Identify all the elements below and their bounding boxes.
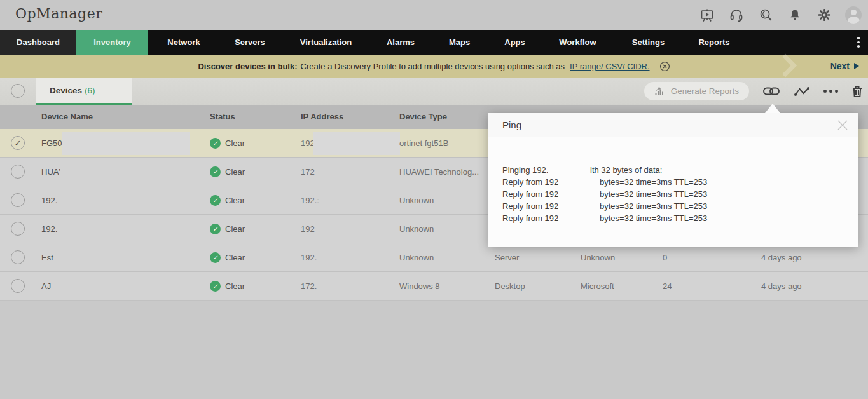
table-row[interactable]: AJ Clear 172. Windows 8 Desktop Microsof…	[0, 272, 868, 301]
ping-line: Pinging 192.ith 32 bytes of data:	[502, 164, 858, 176]
age-cell: 4 days ago	[761, 272, 802, 301]
sparkline-icon[interactable]	[794, 86, 810, 97]
ping-dialog: Ping Pinging 192.ith 32 bytes of data: R…	[488, 113, 858, 247]
category-cell: Server	[495, 243, 519, 272]
nav-settings[interactable]: Settings	[615, 30, 682, 55]
nav-virtualization[interactable]: Virtualization	[280, 30, 371, 55]
ip-cell: 172	[301, 158, 315, 186]
banner-close-icon[interactable]	[659, 61, 670, 72]
device-type-cell: HUAWEI Technolog...	[399, 158, 479, 186]
banner-text: Create a Discovery Profile to add multip…	[301, 62, 565, 71]
ping-line: Reply from 192bytes=32 time=3ms TTL=253	[502, 200, 858, 212]
clear-status-icon	[210, 252, 221, 263]
nav-alarms[interactable]: Alarms	[371, 30, 430, 55]
table-row[interactable]: Est Clear 192. Unknown Server Unknown 0 …	[0, 243, 868, 272]
ping-output: Pinging 192.ith 32 bytes of data: Reply …	[488, 137, 858, 224]
device-name-cell[interactable]: Est	[41, 243, 53, 272]
ping-line: Reply from 192bytes=32 time=3ms TTL=253	[502, 212, 858, 224]
link-icon[interactable]	[762, 85, 780, 97]
ip-cell: 172.	[301, 272, 317, 301]
nav-maps[interactable]: Maps	[430, 30, 489, 55]
count-cell: 0	[663, 243, 667, 272]
row-checkbox[interactable]	[11, 250, 25, 264]
tab-devices[interactable]: Devices (6)	[36, 78, 132, 105]
dialog-title: Ping	[502, 113, 521, 137]
clear-status-icon	[210, 138, 221, 149]
nav-workflow[interactable]: Workflow	[541, 30, 615, 55]
nav-reports[interactable]: Reports	[682, 30, 747, 55]
gear-icon[interactable]	[816, 7, 832, 24]
close-icon[interactable]	[836, 118, 850, 132]
status-cell: Clear	[210, 215, 245, 243]
banner-message: Discover devices in bulk: Create a Disco…	[0, 55, 868, 78]
main-nav: Dashboard Inventory Network Servers Virt…	[0, 30, 868, 55]
redaction-box	[313, 132, 400, 155]
column-device-type[interactable]: Device Type	[399, 105, 447, 129]
row-checkbox[interactable]	[11, 193, 25, 207]
header-icons	[699, 0, 862, 30]
status-label: Clear	[225, 272, 245, 301]
clear-status-icon	[210, 224, 221, 234]
device-name-cell[interactable]: HUA'	[41, 158, 60, 186]
bell-icon[interactable]	[787, 7, 803, 24]
status-cell: Clear	[210, 158, 245, 186]
redaction-box	[62, 132, 190, 155]
ping-line: Reply from 192bytes=32 time=3ms TTL=253	[502, 188, 858, 200]
dialog-header: Ping	[488, 113, 858, 137]
generate-reports-button[interactable]: Generate Reports	[644, 82, 749, 100]
more-options-icon[interactable]	[823, 90, 838, 93]
nav-inventory[interactable]: Inventory	[76, 30, 148, 55]
generate-reports-label: Generate Reports	[671, 86, 739, 96]
column-status[interactable]: Status	[210, 105, 235, 129]
column-ip-address[interactable]: IP Address	[301, 105, 343, 129]
nav-apps[interactable]: Apps	[489, 30, 541, 55]
device-type-cell: ortinet fgt51B	[399, 129, 448, 158]
clear-status-icon	[210, 281, 221, 292]
ping-line: Reply from 192bytes=32 time=3ms TTL=253	[502, 176, 858, 188]
row-checkbox[interactable]	[11, 136, 25, 150]
row-checkbox[interactable]	[11, 165, 25, 179]
device-name-cell[interactable]: 192.	[41, 215, 57, 243]
presentation-icon[interactable]	[699, 7, 715, 24]
discovery-banner: Discover devices in bulk: Create a Disco…	[0, 55, 868, 78]
delete-icon[interactable]	[851, 85, 863, 98]
banner-next-button[interactable]: Next	[830, 55, 859, 78]
vendor-cell: Unknown	[581, 243, 615, 272]
nav-servers[interactable]: Servers	[219, 30, 280, 55]
status-label: Clear	[225, 129, 245, 158]
device-type-cell: Windows 8	[399, 272, 440, 301]
device-type-cell: Unknown	[399, 243, 434, 272]
status-cell: Clear	[210, 186, 245, 215]
banner-link[interactable]: IP range/ CSV/ CIDR.	[570, 62, 649, 71]
app-logo: OpManager	[15, 6, 102, 22]
row-checkbox[interactable]	[11, 279, 25, 293]
banner-bold-text: Discover devices in bulk:	[198, 62, 297, 71]
headset-icon[interactable]	[728, 7, 745, 24]
play-arrow-icon	[854, 63, 859, 69]
ip-cell: 192	[301, 215, 315, 243]
ip-cell: 192.	[301, 243, 317, 272]
select-all-checkbox[interactable]	[11, 84, 25, 98]
status-label: Clear	[225, 215, 245, 243]
top-header: OpManager	[0, 0, 868, 30]
clear-status-icon	[210, 195, 221, 206]
nav-dashboard[interactable]: Dashboard	[0, 30, 76, 55]
device-name-cell[interactable]: 192.	[41, 186, 57, 215]
opmanager-app: OpManager	[0, 0, 868, 399]
nav-overflow-icon[interactable]	[849, 30, 868, 55]
search-icon[interactable]	[757, 7, 774, 24]
count-cell: 24	[663, 272, 672, 301]
row-checkbox[interactable]	[11, 222, 25, 236]
device-type-cell: Unknown	[399, 215, 434, 243]
clear-status-icon	[210, 166, 221, 177]
column-device-name[interactable]: Device Name	[41, 105, 93, 129]
nav-network[interactable]: Network	[148, 30, 219, 55]
dialog-caret	[765, 104, 780, 113]
avatar[interactable]	[845, 7, 862, 24]
device-name-cell[interactable]: AJ	[41, 272, 51, 301]
vendor-cell: Microsoft	[581, 272, 614, 301]
category-cell: Desktop	[495, 272, 525, 301]
device-name-cell[interactable]: FG50	[41, 129, 62, 158]
status-cell: Clear	[210, 272, 245, 301]
next-label: Next	[830, 61, 850, 71]
